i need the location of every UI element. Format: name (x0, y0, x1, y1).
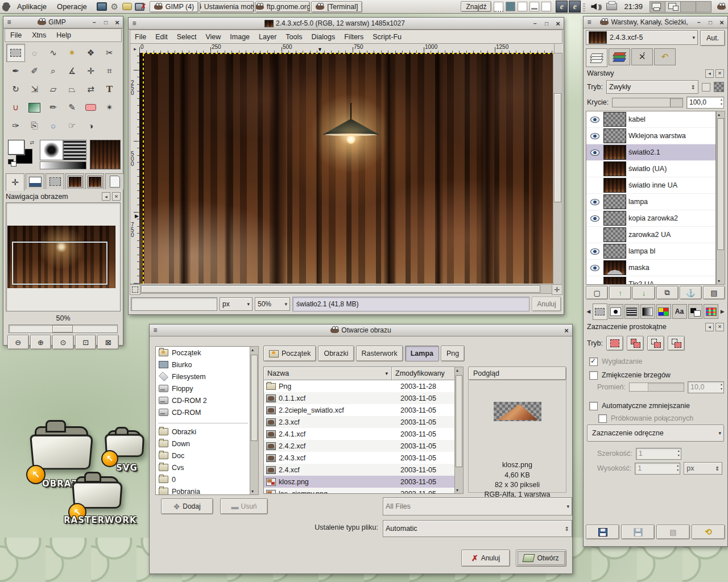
tool-button[interactable]: ✂ (100, 44, 119, 62)
printer-icon[interactable] (606, 3, 617, 10)
workspace-3[interactable] (681, 2, 696, 12)
path-button[interactable]: Png (441, 346, 465, 361)
dialog-cancel-button[interactable]: ✗Anuluj (461, 550, 510, 567)
mode-subtract-button[interactable] (647, 336, 664, 351)
mode-replace-button[interactable] (606, 336, 623, 351)
menu-item[interactable]: File (5, 30, 27, 40)
tool-button[interactable]: ∪ (6, 98, 25, 117)
width-spinbox[interactable]: 1 (636, 448, 681, 460)
place-item[interactable]: Biurko (156, 359, 250, 371)
pattern-preview[interactable] (63, 140, 86, 160)
gradient-preview[interactable] (40, 161, 86, 169)
tool-button[interactable]: ✑ (6, 117, 25, 135)
tab-image-2[interactable] (85, 173, 104, 189)
visibility-toggle[interactable] (589, 281, 601, 285)
keep-transparency-checkbox[interactable] (702, 83, 710, 92)
gimp-tray-icon[interactable] (717, 4, 726, 10)
window-menu-icon[interactable] (5, 18, 14, 26)
layer-action-button[interactable]: ⧉ (656, 286, 679, 300)
tab-undo-history[interactable]: ↷ (654, 48, 676, 65)
zoom-combo[interactable]: 50% (255, 297, 290, 311)
horizontal-scrollbar[interactable] (139, 284, 555, 294)
place-item[interactable]: Pobrania (156, 485, 250, 495)
layer-row[interactable]: kopia zarowka2 (586, 210, 715, 227)
radius-spinbox[interactable]: 10,0 (688, 381, 724, 393)
quickmask-toggle-icon[interactable] (130, 284, 140, 295)
tool-button[interactable]: ✎ (63, 98, 81, 117)
enlightenment-icon[interactable]: e (556, 1, 568, 13)
swap-colors-icon[interactable]: ⇄ (30, 140, 34, 146)
tab-paths[interactable]: ✕́ (631, 48, 653, 65)
tab-paper[interactable] (105, 173, 124, 189)
layer-name[interactable]: Tło2 UA (628, 280, 654, 285)
path-button[interactable]: Początek (263, 346, 316, 361)
panel-menu-applications[interactable]: Aplikacje (13, 1, 51, 12)
visibility-toggle[interactable] (589, 199, 601, 205)
place-item[interactable]: Down (156, 438, 250, 450)
file-row[interactable]: Png 2003-11-28 (264, 380, 455, 392)
remove-bookmark-button[interactable]: ▬Usuń (220, 498, 268, 514)
place-item[interactable]: CD-ROM (156, 406, 250, 418)
tray-applet[interactable] (494, 2, 503, 12)
layers-titlebar[interactable]: Warstwy, Kanały, Ścieżki, (584, 16, 727, 28)
menu-item[interactable]: View (201, 32, 225, 42)
place-item[interactable]: Obrazki (156, 426, 250, 438)
path-button[interactable]: Lampa (405, 346, 439, 361)
radius-slider[interactable] (629, 383, 684, 392)
close-tab-icon[interactable]: ✕ (715, 69, 724, 78)
tab-fonts[interactable]: Aa (672, 304, 687, 319)
tool-button[interactable]: ✶ (63, 44, 81, 62)
layer-row[interactable]: światło2.1 (586, 144, 715, 161)
toolbox-titlebar[interactable]: GIMP (3, 16, 123, 28)
file-row[interactable]: klosz.png 2003-11-05 (264, 476, 455, 488)
tab-palettes[interactable] (656, 304, 671, 319)
place-item[interactable]: CD-ROM 2 (156, 394, 250, 406)
scroll-tabs-right-icon[interactable]: ▶ (719, 305, 725, 318)
layer-name[interactable]: światło (UA) (628, 165, 667, 173)
layer-row[interactable]: lampa (586, 194, 715, 210)
auto-button[interactable]: Aut. (700, 30, 725, 46)
tool-button[interactable]: ⇄ (81, 80, 100, 98)
place-item[interactable]: Cvs (156, 462, 250, 473)
file-filter-combo[interactable]: All Files (383, 497, 572, 516)
place-item[interactable]: Floppy (156, 383, 250, 394)
tab-move[interactable]: ✛ (6, 173, 24, 191)
zoom-button[interactable]: ⊖ (7, 335, 29, 350)
maximize-icon[interactable] (101, 18, 110, 26)
tool-button[interactable] (25, 98, 44, 117)
volume-icon[interactable] (591, 3, 597, 10)
workspace-4[interactable] (696, 2, 711, 12)
visibility-toggle[interactable] (589, 133, 601, 139)
menu-item[interactable]: Image (225, 32, 254, 42)
layer-row[interactable]: światło (UA) (586, 161, 715, 177)
feather-checkbox[interactable] (589, 371, 598, 380)
visibility-toggle[interactable] (589, 149, 601, 156)
layer-action-button[interactable]: ↓ (632, 286, 655, 300)
tool-button[interactable] (81, 98, 100, 117)
zoom-button[interactable]: ⊡ (75, 335, 97, 350)
settings-launcher-icon[interactable] (109, 2, 120, 11)
image-window-titlebar[interactable]: 2.4.3.xcf-5.0 (RGB, 12 warstw) 1485x1027 (129, 18, 564, 30)
tray-applet[interactable] (541, 2, 551, 11)
path-button[interactable]: Rasterwork (356, 346, 403, 361)
tool-button[interactable]: ○ (44, 117, 63, 135)
reset-options-button[interactable]: ⟲ (692, 525, 725, 539)
visibility-toggle[interactable] (589, 248, 601, 255)
tool-button[interactable]: ◌ (25, 44, 44, 62)
panel-clock[interactable]: 21:39 (624, 2, 643, 11)
file-row[interactable]: 2.2cieple_swiatlo.xcf 2003-11-05 (264, 404, 455, 416)
shutdown-launcher-icon[interactable] (135, 3, 144, 11)
window-menu-icon[interactable] (585, 18, 594, 26)
close-icon[interactable] (553, 19, 562, 27)
file-row[interactable]: 2.4.1.xcf 2003-11-05 (264, 428, 455, 440)
window-menu-icon[interactable] (130, 19, 139, 27)
layer-mode-combo[interactable]: Zwykły (606, 80, 698, 94)
tool-button[interactable]: ⎘ (25, 117, 44, 135)
mode-intersect-button[interactable] (668, 336, 685, 351)
tab-menu-icon[interactable]: ◂ (705, 69, 714, 78)
tab-rect-select-options[interactable] (593, 304, 607, 320)
tab-brushes[interactable] (609, 304, 623, 319)
menu-item[interactable]: Edit (151, 32, 172, 42)
panel-grip[interactable] (583, 2, 585, 11)
navigation-zoom-slider[interactable] (9, 325, 118, 333)
